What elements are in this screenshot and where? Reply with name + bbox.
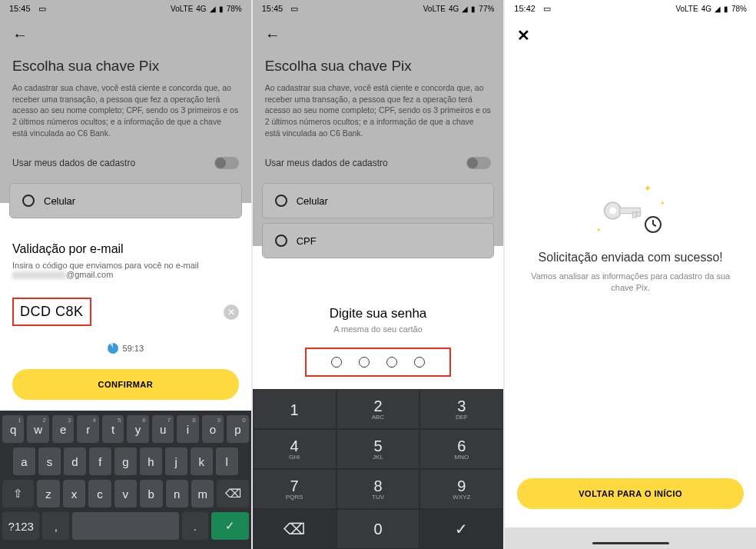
sheet-subtitle: Insira o código que enviamos para você n… [12, 261, 239, 279]
toggle-switch[interactable] [214, 157, 239, 169]
key-j[interactable]: j [165, 448, 187, 475]
svg-point-1 [609, 207, 616, 214]
toggle-label: Usar meus dados de cadastro [265, 158, 388, 168]
email-suffix: @gmail.com [66, 270, 113, 279]
signal-icon: ◢ [210, 5, 216, 13]
battery-percent: 78% [731, 5, 747, 13]
key-period[interactable]: . [182, 512, 209, 540]
status-time: 15:45 [9, 4, 31, 13]
success-subtitle: Vamos analisar as informações para cadas… [523, 271, 738, 294]
back-button[interactable]: ← [0, 17, 251, 53]
back-button[interactable]: ← [253, 17, 504, 53]
network-indicator: 4G [449, 5, 459, 13]
radio-icon [275, 235, 287, 247]
phone-screen-1: 15:45 ▭ VoLTE 4G ◢ ▮ 78% ← Escolha sua c… [0, 0, 251, 549]
key-w[interactable]: w2 [27, 415, 48, 443]
key-c[interactable]: c [88, 480, 111, 507]
lte-indicator: VoLTE [423, 5, 446, 13]
numkey-0[interactable]: 0 [337, 509, 420, 549]
key-z[interactable]: z [37, 480, 59, 507]
clear-input-icon[interactable]: ✕ [224, 304, 239, 320]
key-g[interactable]: g [114, 448, 137, 475]
key-p[interactable]: p0 [227, 415, 248, 443]
numkey-3[interactable]: 3DEF [419, 389, 503, 429]
numkey-4[interactable]: 4GHI [253, 429, 337, 469]
key-submit[interactable]: ✓ [211, 512, 248, 540]
option-label: Celular [297, 195, 328, 207]
numkey-5[interactable]: 5JKL [337, 429, 420, 469]
key-s[interactable]: s [38, 448, 61, 475]
key-o[interactable]: o9 [202, 415, 224, 443]
numkey-1[interactable]: 1 [253, 389, 337, 429]
lte-indicator: VoLTE [171, 5, 193, 13]
battery-percent: 77% [479, 5, 494, 13]
numkey-7[interactable]: 7PQRS [253, 469, 337, 509]
key-d[interactable]: d [64, 448, 86, 475]
code-input[interactable]: DCD C8K [20, 304, 84, 319]
sheet-title: Validação por e-mail [12, 242, 239, 256]
pin-dot [414, 357, 425, 368]
key-backspace[interactable]: ⌫ [217, 480, 248, 507]
status-time: 15:45 [262, 4, 284, 13]
timer-value: 59:13 [123, 344, 144, 353]
key-l[interactable]: l [216, 448, 238, 475]
key-comma[interactable]: , [42, 512, 69, 540]
page-title: Escolha sua chave Pix [253, 53, 504, 82]
option-celular[interactable]: Celular [9, 183, 242, 218]
numkey-9[interactable]: 9WXYZ [419, 469, 503, 509]
key-x[interactable]: x [63, 480, 85, 507]
keyboard-numpad: 1 2ABC 3DEF 4GHI 5JKL 6MNO 7PQRS 8TUV 9W… [253, 389, 504, 549]
pin-dot [331, 357, 342, 368]
key-e[interactable]: e3 [52, 415, 74, 443]
toggle-label: Usar meus dados de cadastro [12, 158, 135, 168]
key-shift[interactable]: ⇧ [2, 480, 34, 507]
pin-dot [386, 357, 397, 368]
keyboard-qwerty: q1 w2 e3 r4 t5 y6 u7 i8 o9 p0 a s d f g … [0, 411, 251, 549]
sheet-subtitle: A mesma do seu cartão [253, 321, 504, 348]
back-to-home-button[interactable]: VOLTAR PARA O INÍCIO [517, 478, 744, 509]
key-k[interactable]: k [191, 448, 213, 475]
page-title: Escolha sua chave Pix [0, 53, 251, 82]
option-label: Celular [44, 195, 75, 207]
key-r[interactable]: r4 [77, 415, 98, 443]
key-n[interactable]: n [166, 480, 188, 507]
option-cpf[interactable]: CPF [262, 223, 495, 258]
numkey-submit[interactable]: ✓ [419, 509, 503, 549]
status-time: 15:42 [514, 4, 536, 13]
pin-dot [359, 357, 370, 368]
numkey-backspace[interactable]: ⌫ [253, 509, 337, 549]
option-celular[interactable]: Celular [262, 183, 495, 218]
close-button[interactable]: ✕ [505, 17, 756, 54]
key-symbols[interactable]: ?123 [2, 512, 39, 540]
network-indicator: 4G [701, 5, 711, 13]
numkey-2[interactable]: 2ABC [337, 389, 420, 429]
radio-icon [275, 195, 287, 207]
key-v[interactable]: v [114, 480, 137, 507]
confirm-button[interactable]: CONFIRMAR [12, 369, 239, 400]
toggle-use-my-data[interactable]: Usar meus dados de cadastro [253, 148, 504, 178]
numkey-6[interactable]: 6MNO [419, 429, 503, 469]
key-y[interactable]: y6 [127, 415, 148, 443]
key-clock-icon: ✦ ✦ ✦ [596, 183, 665, 237]
phone-screen-3: 15:42 ▭ VoLTE 4G ◢ ▮ 78% ✕ ✦ ✦ ✦ Solicit… [505, 0, 756, 549]
phone-screen-2: 15:45 ▭ VoLTE 4G ◢ ▮ 77% ← Escolha sua c… [253, 0, 504, 549]
key-t[interactable]: t5 [102, 415, 124, 443]
key-b[interactable]: b [140, 480, 162, 507]
notification-icon: ▭ [543, 4, 551, 14]
sparkle-icon: ✦ [596, 227, 602, 234]
key-q[interactable]: q1 [2, 415, 24, 443]
battery-icon: ▮ [724, 5, 728, 13]
toggle-switch[interactable] [466, 157, 491, 169]
key-i[interactable]: i8 [177, 415, 198, 443]
numkey-8[interactable]: 8TUV [337, 469, 420, 509]
toggle-use-my-data[interactable]: Usar meus dados de cadastro [0, 148, 251, 178]
key-h[interactable]: h [140, 448, 162, 475]
key-m[interactable]: m [191, 480, 214, 507]
pin-input-highlight[interactable] [305, 348, 451, 377]
battery-icon: ▮ [471, 5, 476, 13]
key-f[interactable]: f [89, 448, 111, 475]
key-a[interactable]: a [13, 448, 35, 475]
key-u[interactable]: u7 [152, 415, 174, 443]
key-space[interactable] [72, 512, 178, 540]
code-input-highlight: DCD C8K [12, 298, 91, 326]
